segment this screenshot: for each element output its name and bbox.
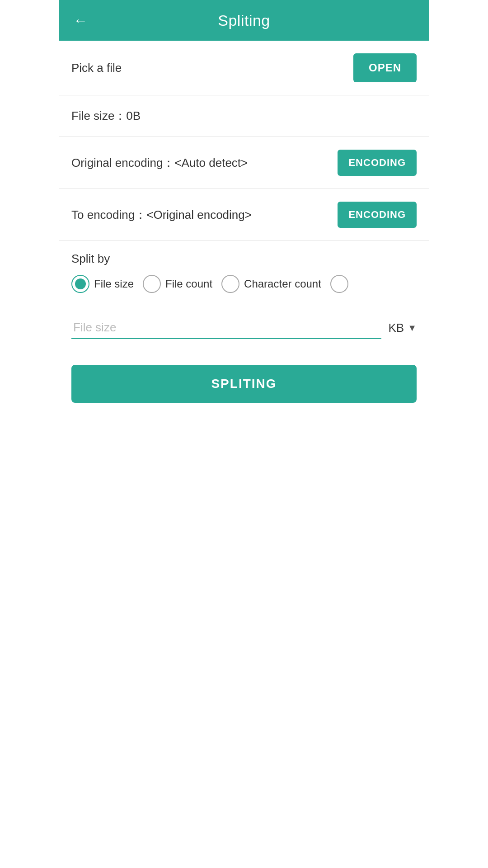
dropdown-arrow-icon: ▼ — [408, 323, 417, 333]
original-encoding-row: Original encoding：<Auto detect> ENCODING — [59, 137, 429, 189]
to-encoding-row: To encoding：<Original encoding> ENCODING — [59, 189, 429, 241]
original-encoding-label: Original encoding：<Auto detect> — [71, 155, 248, 171]
radio-option-file-size[interactable]: File size — [71, 275, 134, 293]
radio-option-character-count[interactable]: Character count — [221, 275, 321, 293]
unit-selector[interactable]: KB ▼ — [389, 321, 417, 335]
back-icon: ← — [73, 12, 88, 29]
split-by-radio-group: File size File count Character count — [71, 275, 417, 304]
radio-option-4[interactable] — [330, 275, 348, 293]
radio-option-file-count[interactable]: File count — [143, 275, 212, 293]
pick-file-row: Pick a file OPEN — [59, 41, 429, 95]
back-button[interactable]: ← — [70, 9, 91, 31]
original-encoding-button[interactable]: ENCODING — [338, 150, 417, 176]
pick-file-label: Pick a file — [71, 61, 122, 75]
spliting-button[interactable]: SPLITING — [71, 365, 417, 403]
split-by-label: Split by — [71, 252, 417, 266]
radio-circle-character-count[interactable] — [221, 275, 239, 293]
file-size-row: File size：0B — [59, 95, 429, 137]
page-title: Spliting — [218, 12, 270, 29]
to-encoding-button[interactable]: ENCODING — [338, 202, 417, 228]
unit-label: KB — [389, 321, 404, 335]
to-encoding-label: To encoding：<Original encoding> — [71, 207, 252, 223]
file-size-label: File size：0B — [71, 108, 141, 124]
radio-label-file-count: File count — [165, 278, 212, 290]
radio-circle-file-size[interactable] — [71, 275, 89, 293]
app-header: ← Spliting — [59, 0, 429, 41]
main-content: Pick a file OPEN File size：0B Original e… — [59, 41, 429, 403]
file-size-input[interactable] — [71, 317, 381, 339]
open-button[interactable]: OPEN — [353, 53, 417, 82]
radio-label-file-size: File size — [94, 278, 134, 290]
radio-label-character-count: Character count — [244, 278, 321, 290]
radio-circle-file-count[interactable] — [143, 275, 161, 293]
radio-circle-4[interactable] — [330, 275, 348, 293]
split-by-section: Split by File size File count Character … — [59, 241, 429, 304]
input-section: KB ▼ — [59, 304, 429, 352]
